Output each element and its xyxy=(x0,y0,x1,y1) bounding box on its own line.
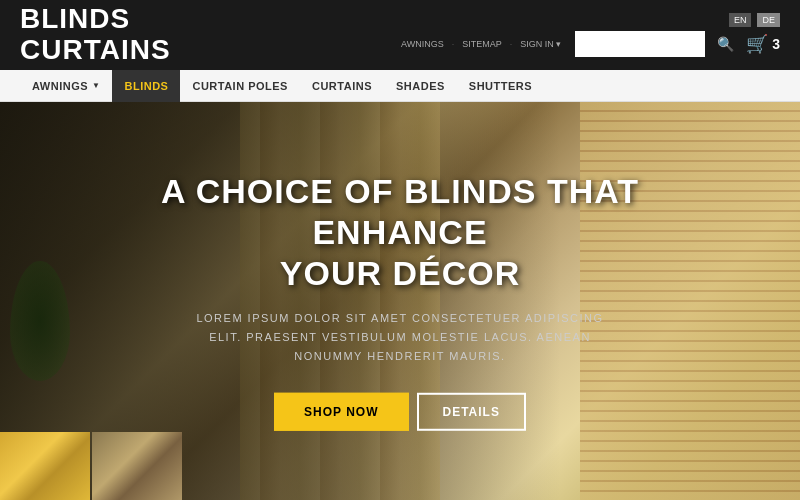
header: BLINDS CURTAINS EN DE AWNINGS · SITEMAP … xyxy=(0,0,800,70)
dropdown-arrow: ▼ xyxy=(92,81,100,90)
search-cart-area: 🔍 🛒 3 xyxy=(575,31,780,57)
nav-awnings[interactable]: AWNINGS ▼ xyxy=(20,70,112,102)
hero-content: A CHOICE OF BLINDS THAT ENHANCE YOUR DÉC… xyxy=(90,171,710,431)
lang-de-button[interactable]: DE xyxy=(757,13,780,27)
hero-buttons: SHOP NOW DETAILS xyxy=(90,393,710,431)
nav-blinds[interactable]: BLINDS xyxy=(112,70,180,102)
header-links: AWNINGS · SITEMAP · SIGN IN ▾ xyxy=(401,39,561,49)
nav-shutters[interactable]: SHUTTERS xyxy=(457,70,544,102)
nav-curtains[interactable]: CURTAINS xyxy=(300,70,384,102)
thumbnail-1[interactable] xyxy=(0,432,90,500)
details-button[interactable]: DETAILS xyxy=(417,393,526,431)
hero-title: A CHOICE OF BLINDS THAT ENHANCE YOUR DÉC… xyxy=(90,171,710,293)
language-switcher: EN DE xyxy=(729,13,780,27)
cart-count: 3 xyxy=(772,36,780,52)
logo[interactable]: BLINDS CURTAINS xyxy=(20,4,171,66)
header-right: EN DE AWNINGS · SITEMAP · SIGN IN ▾ 🔍 🛒 … xyxy=(401,13,780,57)
search-input[interactable] xyxy=(575,31,705,57)
cart-icon: 🛒 xyxy=(746,33,768,55)
shop-now-button[interactable]: SHOP NOW xyxy=(274,393,408,431)
separator2: · xyxy=(510,39,513,49)
separator: · xyxy=(452,39,455,49)
signin-link[interactable]: SIGN IN ▾ xyxy=(520,39,561,49)
navigation: AWNINGS ▼ BLINDS CURTAIN POLES CURTAINS … xyxy=(0,70,800,102)
hero-subtitle: LOREM IPSUM DOLOR SIT AMET CONSECTETUER … xyxy=(190,309,610,365)
logo-text: BLINDS CURTAINS xyxy=(20,4,171,66)
sitemap-link[interactable]: SITEMAP xyxy=(462,39,502,49)
nav-shades[interactable]: SHADES xyxy=(384,70,457,102)
thumbnail-2[interactable] xyxy=(92,432,182,500)
lang-en-button[interactable]: EN xyxy=(729,13,752,27)
nav-curtain-poles[interactable]: CURTAIN POLES xyxy=(180,70,300,102)
search-button[interactable]: 🔍 xyxy=(717,36,734,52)
thumbnail-strip xyxy=(0,432,182,500)
hero-section: A CHOICE OF BLINDS THAT ENHANCE YOUR DÉC… xyxy=(0,102,800,500)
cart-area[interactable]: 🛒 3 xyxy=(746,33,780,55)
contact-link[interactable]: AWNINGS xyxy=(401,39,444,49)
